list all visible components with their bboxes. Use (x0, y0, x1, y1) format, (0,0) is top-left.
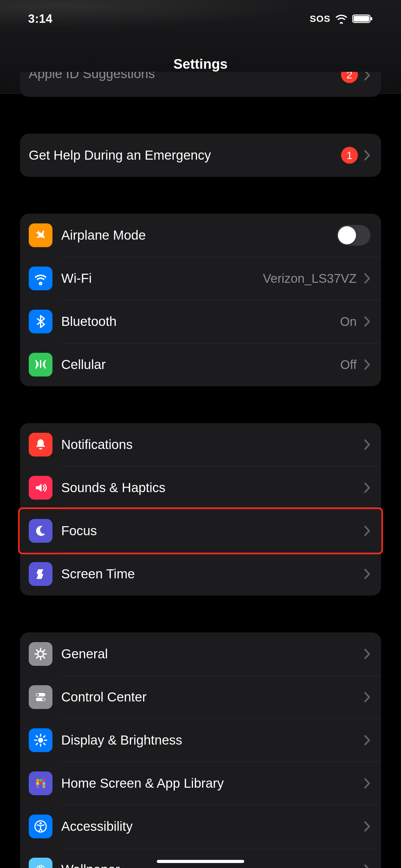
wifi-icon (29, 267, 53, 290)
row-notifications[interactable]: Notifications (20, 423, 381, 466)
accessibility-icon (29, 814, 53, 838)
svg-point-41 (37, 866, 40, 868)
focus-icon (29, 519, 53, 543)
svg-point-3 (38, 651, 43, 657)
status-bar: 3:14 SOS (0, 0, 401, 37)
airplane-mode-label: Airplane Mode (61, 228, 337, 243)
chevron-right-icon (364, 72, 370, 81)
bluetooth-value: On (340, 315, 357, 329)
page-title: Settings (0, 56, 401, 72)
wallpaper-icon (29, 858, 53, 868)
chevron-right-icon (364, 569, 370, 579)
screen-time-icon (29, 562, 53, 586)
chevron-right-icon (364, 359, 370, 370)
row-airplane-mode[interactable]: Airplane Mode (20, 214, 381, 257)
display-brightness-icon (29, 728, 53, 752)
row-focus[interactable]: Focus (20, 509, 381, 552)
display-brightness-label: Display & Brightness (61, 733, 360, 748)
notifications-label: Notifications (61, 437, 360, 452)
airplane-icon (29, 223, 53, 247)
airplane-mode-toggle[interactable] (337, 225, 370, 246)
row-screen-time[interactable]: Screen Time (20, 552, 381, 595)
row-general[interactable]: General (20, 632, 381, 676)
row-emergency-help[interactable]: Get Help During an Emergency 1 (20, 134, 381, 177)
svg-rect-30 (42, 782, 45, 785)
row-accessibility[interactable]: Accessibility (20, 805, 381, 848)
group-connectivity: Airplane Mode Wi-Fi Verizon_LS37VZ Bluet… (20, 214, 381, 386)
group-emergency: Get Help During an Emergency 1 (20, 134, 381, 177)
row-bluetooth[interactable]: Bluetooth On (20, 300, 381, 343)
row-sounds-haptics[interactable]: Sounds & Haptics (20, 466, 381, 509)
general-label: General (61, 647, 360, 661)
chevron-right-icon (364, 692, 370, 703)
screen-time-label: Screen Time (61, 566, 360, 582)
svg-point-16 (38, 738, 43, 743)
svg-rect-26 (39, 779, 42, 782)
group-attention: Notifications Sounds & Haptics Focus (20, 423, 381, 595)
wifi-status-icon (335, 14, 348, 24)
chevron-right-icon (364, 439, 370, 450)
battery-status-icon (352, 14, 373, 24)
chevron-right-icon (364, 649, 370, 659)
status-time: 3:14 (28, 12, 53, 26)
notifications-icon (29, 433, 53, 457)
svg-rect-2 (371, 17, 372, 20)
svg-rect-27 (42, 779, 45, 782)
cellular-label: Cellular (61, 357, 340, 372)
badge-apple-id-suggestions: 2 (341, 72, 358, 83)
row-apple-id-suggestions[interactable]: Apple ID Suggestions 2 (20, 72, 381, 97)
row-display-brightness[interactable]: Display & Brightness (20, 719, 381, 762)
svg-point-35 (40, 823, 42, 825)
chevron-right-icon (364, 483, 370, 493)
group-apple-id: Apple ID Suggestions 2 (20, 72, 381, 97)
general-icon (29, 642, 53, 666)
svg-point-15 (42, 698, 45, 701)
sos-indicator: SOS (310, 13, 330, 24)
bluetooth-icon (29, 310, 53, 333)
svg-rect-25 (36, 779, 39, 782)
svg-point-42 (41, 866, 44, 868)
chevron-right-icon (364, 778, 370, 788)
svg-rect-31 (36, 785, 39, 788)
row-wallpaper[interactable]: Wallpaper (20, 848, 381, 868)
cellular-icon (29, 353, 53, 376)
svg-rect-33 (42, 785, 45, 788)
cellular-value: Off (340, 358, 357, 372)
control-center-label: Control Center (61, 690, 360, 705)
home-screen-label: Home Screen & App Library (61, 776, 360, 791)
svg-rect-32 (39, 785, 42, 788)
svg-line-21 (36, 736, 37, 737)
chevron-right-icon (364, 735, 370, 746)
svg-rect-29 (39, 782, 42, 785)
svg-line-10 (43, 650, 45, 651)
home-indicator[interactable] (157, 860, 244, 863)
svg-line-8 (37, 650, 38, 651)
row-home-screen[interactable]: Home Screen & App Library (20, 762, 381, 805)
group-system: General Control Center Display & Brigh (20, 632, 381, 868)
chevron-right-icon (364, 821, 370, 832)
badge-emergency-help: 1 (341, 147, 358, 164)
wifi-label: Wi-Fi (61, 271, 263, 286)
row-wifi[interactable]: Wi-Fi Verizon_LS37VZ (20, 257, 381, 300)
svg-line-24 (36, 743, 37, 745)
bluetooth-label: Bluetooth (61, 314, 340, 329)
home-screen-icon (29, 771, 53, 795)
control-center-icon (29, 685, 53, 709)
wifi-value: Verizon_LS37VZ (263, 272, 357, 286)
svg-line-23 (44, 736, 45, 737)
emergency-help-label: Get Help During an Emergency (29, 148, 341, 163)
focus-label: Focus (61, 523, 360, 538)
chevron-right-icon (364, 316, 370, 327)
svg-rect-28 (36, 782, 39, 785)
chevron-right-icon (364, 273, 370, 284)
svg-point-13 (37, 694, 39, 696)
svg-line-9 (43, 657, 45, 658)
row-control-center[interactable]: Control Center (20, 676, 381, 719)
chevron-right-icon (364, 864, 370, 868)
row-cellular[interactable]: Cellular Off (20, 343, 381, 386)
chevron-right-icon (364, 150, 370, 161)
chevron-right-icon (364, 526, 370, 536)
svg-line-22 (44, 743, 45, 745)
svg-line-11 (37, 657, 38, 658)
accessibility-label: Accessibility (61, 819, 360, 834)
